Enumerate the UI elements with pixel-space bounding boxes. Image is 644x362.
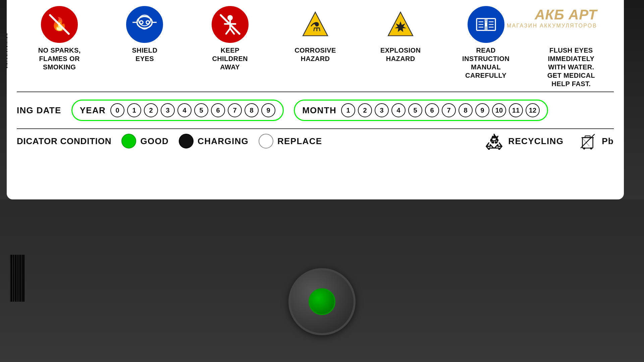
battery-terminal (288, 268, 356, 335)
year-number-0: 0 (110, 103, 124, 117)
pb-label: Pb (602, 136, 614, 146)
barcode-line (11, 255, 12, 302)
svg-rect-38 (585, 136, 590, 137)
no-sparks-icon: 🔥 (41, 6, 78, 43)
month-number-1: 1 (341, 103, 355, 117)
explosion-icon (382, 6, 419, 43)
month-number-3: 3 (375, 103, 389, 117)
svg-point-42 (590, 147, 592, 149)
flush-eyes-text: FLUSH EYESIMMEDIATELYWITH WATER.GET MEDI… (547, 46, 595, 88)
indicator-good: GOOD (121, 134, 169, 148)
corrosive-icon: ⚗ (297, 6, 334, 43)
no-sparks-svg: 🔥 (46, 11, 73, 38)
waste-bin-icon (579, 132, 596, 150)
month-number-12: 12 (526, 103, 540, 117)
warning-corrosive: ⚗ CORROSIVEHAZARD (273, 6, 358, 63)
explosion-svg (387, 11, 414, 38)
barcode-line (17, 255, 18, 302)
indicator-condition-label: DICATOR CONDITION (17, 136, 111, 146)
barcode-lines (10, 255, 37, 302)
barcode-line (10, 255, 10, 302)
barcode-line (17, 255, 17, 302)
explosion-text: EXPLOSIONHAZARD (380, 46, 421, 63)
dating-date-row: ING DATE YEAR 0123456789 MONTH 123456789… (7, 92, 624, 128)
watermark: АКБ АРТ МАГАЗИН АККУМУЛЯТОРОВ (507, 7, 597, 29)
left-edge-barcode (0, 34, 7, 168)
month-number-9: 9 (475, 103, 489, 117)
no-sparks-text: NO SPARKS,FLAMES ORSMOKING (38, 46, 81, 71)
watermark-logo: АКБ АРТ (535, 7, 597, 23)
month-number-6: 6 (425, 103, 439, 117)
year-number-4: 4 (177, 103, 192, 117)
year-number-1: 1 (127, 103, 141, 117)
recycling-text: RECYCLING (508, 136, 564, 146)
month-label: MONTH (302, 105, 336, 116)
read-manual-svg: i (473, 11, 499, 38)
indicator-charging: CHARGING (179, 134, 249, 148)
good-dot (121, 134, 136, 148)
battery-terminal-inner (309, 288, 335, 315)
month-number-10: 10 (492, 103, 506, 117)
barcode-line (22, 255, 23, 302)
barcode-line (19, 255, 19, 302)
barcode-line (12, 255, 13, 302)
month-number-11: 11 (509, 103, 523, 117)
year-number-8: 8 (245, 103, 259, 117)
barcode-line (14, 255, 15, 302)
charging-dot (179, 134, 194, 148)
svg-text:i: i (485, 20, 487, 28)
barcode-line (13, 255, 14, 302)
year-numbers: 0123456789 (110, 103, 275, 117)
svg-point-7 (141, 21, 143, 23)
indicator-condition-row: DICATOR CONDITION GOOD CHARGING REPLACE … (7, 129, 624, 156)
svg-text:♻: ♻ (489, 133, 499, 146)
svg-point-8 (147, 21, 149, 23)
keep-children-svg (217, 11, 244, 38)
warning-keep-children: KEEPCHILDRENAWAY (187, 6, 273, 71)
month-number-5: 5 (408, 103, 422, 117)
year-number-5: 5 (194, 103, 208, 117)
shield-eyes-icon (126, 6, 163, 43)
recycling-icon: ♻ (485, 132, 503, 150)
year-number-6: 6 (211, 103, 225, 117)
keep-children-text: KEEPCHILDRENAWAY (212, 46, 248, 71)
month-number-2: 2 (358, 103, 372, 117)
month-number-8: 8 (459, 103, 473, 117)
warning-no-sparks: 🔥 NO SPARKS,FLAMES ORSMOKING (17, 6, 102, 71)
year-number-7: 7 (228, 103, 242, 117)
dating-date-label: ING DATE (17, 105, 61, 116)
replace-text: REPLACE (277, 136, 322, 146)
svg-point-41 (583, 147, 585, 149)
barcode (10, 255, 37, 308)
month-numbers: 123456789101112 (341, 103, 540, 117)
good-text: GOOD (140, 136, 169, 146)
svg-text:⚗: ⚗ (310, 20, 321, 34)
year-number-3: 3 (161, 103, 175, 117)
indicator-replace: REPLACE (259, 134, 322, 148)
keep-children-icon (212, 6, 249, 43)
replace-dot (259, 134, 273, 148)
warning-explosion: EXPLOSIONHAZARD (358, 6, 443, 63)
svg-point-13 (227, 15, 233, 20)
barcode-line (21, 255, 21, 302)
battery-surface (0, 199, 644, 362)
corrosive-text: CORROSIVEHAZARD (294, 46, 336, 63)
shield-eyes-svg (131, 11, 158, 38)
shield-eyes-text: SHIELDEYES (132, 46, 158, 63)
barcode-line (19, 255, 21, 302)
corrosive-svg: ⚗ (302, 11, 329, 38)
month-number-4: 4 (391, 103, 406, 117)
year-number-2: 2 (144, 103, 158, 117)
battery-label: АКБ АРТ МАГАЗИН АККУМУЛЯТОРОВ 🔥 NO SPARK… (7, 0, 624, 199)
read-manual-icon: i (468, 6, 504, 43)
barcode-line (15, 255, 16, 302)
warning-shield-eyes: SHIELDEYES (102, 6, 187, 63)
recycling-area: ♻ RECYCLING Pb (485, 132, 614, 150)
year-label: YEAR (80, 105, 106, 116)
read-manual-text: READINSTRUCTIONMANUALCAREFULLY (462, 46, 509, 80)
charging-text: CHARGING (198, 136, 249, 146)
month-number-7: 7 (442, 103, 456, 117)
year-box: YEAR 0123456789 (71, 100, 284, 121)
barcode-line (23, 255, 24, 302)
month-box: MONTH 123456789101112 (294, 100, 548, 121)
